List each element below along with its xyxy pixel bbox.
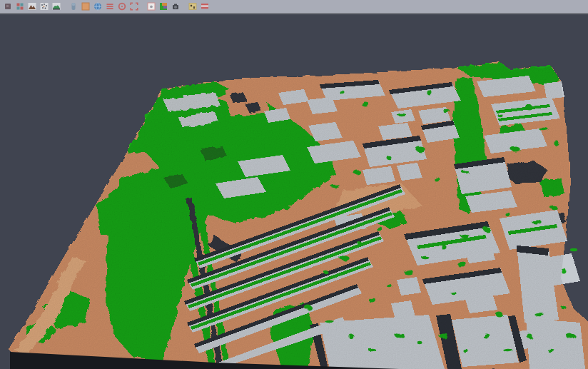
point-cloud-icon[interactable] xyxy=(38,0,50,13)
circle-select-icon[interactable] xyxy=(116,0,128,13)
camera-icon[interactable] xyxy=(169,0,181,13)
select-tool-icon[interactable] xyxy=(1,0,14,13)
point-cloud-grain xyxy=(0,16,588,369)
annotation-icon[interactable] xyxy=(186,0,198,13)
dem-hill-icon[interactable] xyxy=(50,0,62,13)
profile-tool-icon[interactable] xyxy=(67,0,79,13)
toolbar-group-2 xyxy=(67,0,140,13)
point-match-icon[interactable] xyxy=(14,0,26,13)
ortho-image-icon[interactable] xyxy=(79,0,91,13)
flag-lines-icon[interactable] xyxy=(198,0,211,13)
toolbar-group-1 xyxy=(1,0,62,13)
vegetation-speckle xyxy=(562,269,567,274)
section-lines-icon[interactable] xyxy=(103,0,116,13)
toolbar-group-4 xyxy=(186,0,211,13)
vegetation-speckle xyxy=(570,248,577,251)
point-cloud-scene xyxy=(0,16,588,369)
globe-3d-icon[interactable] xyxy=(91,0,103,13)
terrain-icon[interactable] xyxy=(26,0,38,13)
classification-colors-icon[interactable] xyxy=(157,0,169,13)
stamp-tool-icon[interactable] xyxy=(145,0,157,13)
viewport-3d[interactable] xyxy=(0,16,588,369)
extent-select-icon[interactable] xyxy=(128,0,140,13)
toolbar-group-3 xyxy=(145,0,181,13)
toolbar xyxy=(0,0,588,14)
